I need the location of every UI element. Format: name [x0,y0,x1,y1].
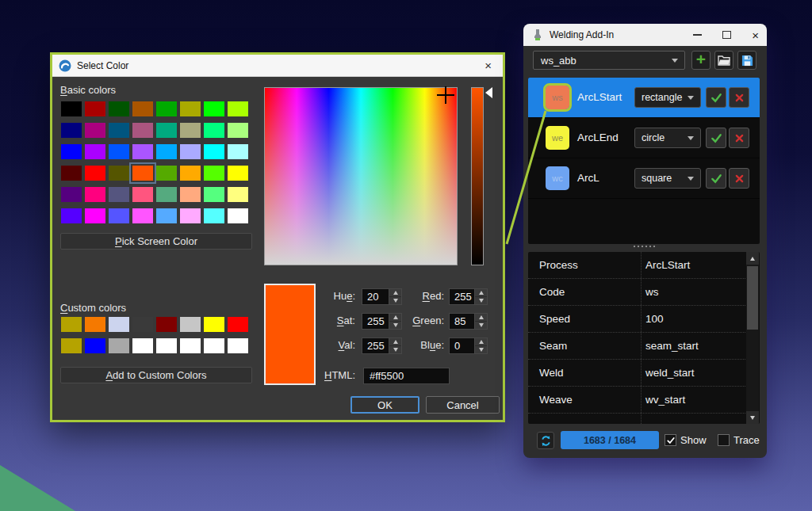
value-slider-arrow[interactable] [485,87,492,98]
hue-saturation-picker[interactable] [264,87,458,265]
color-swatch[interactable] [109,166,129,181]
scroll-down-icon[interactable] [746,411,759,424]
color-swatch[interactable] [156,144,177,159]
apply-button[interactable] [706,168,726,189]
color-swatch[interactable] [85,144,105,159]
table-row[interactable]: Speed 100 [528,306,745,333]
spin-up-button[interactable] [475,314,487,321]
apply-button[interactable] [706,128,726,148]
scrollbar-thumb[interactable] [747,266,758,330]
table-row[interactable]: Weave wv_start [528,387,745,414]
table-scrollbar[interactable] [746,252,759,424]
scroll-up-icon[interactable] [746,252,759,265]
spin-up-button[interactable] [475,338,487,345]
add-button[interactable]: + [691,51,710,70]
workstation-combobox[interactable]: ws_abb [533,51,685,70]
color-swatch[interactable] [204,208,224,223]
red-spinbox[interactable]: 255 [449,288,488,305]
color-swatch[interactable] [132,208,153,223]
color-swatch[interactable] [180,123,201,138]
color-swatch[interactable] [109,208,129,223]
color-swatch[interactable] [228,144,248,159]
blue-spinbox[interactable]: 0 [449,337,488,354]
color-swatch[interactable] [85,101,105,116]
color-swatch[interactable] [228,101,248,116]
apply-button[interactable] [706,87,726,108]
color-swatch[interactable] [61,317,82,332]
table-row[interactable]: Seam seam_start [528,333,745,360]
color-swatch[interactable] [180,317,201,332]
refresh-button[interactable] [537,432,554,449]
dialog-titlebar[interactable]: Select Color × [52,55,503,77]
maximize-icon[interactable] [722,31,731,39]
color-swatch[interactable] [228,317,248,332]
cancel-button[interactable]: Cancel [426,396,500,414]
color-swatch[interactable] [132,338,153,353]
color-swatch[interactable] [204,338,224,353]
shape-dropdown[interactable]: circle [634,128,701,148]
color-swatch[interactable] [109,317,129,332]
color-swatch[interactable] [204,317,224,332]
color-swatch[interactable] [132,166,153,181]
color-swatch[interactable] [61,144,82,159]
color-swatch[interactable] [156,208,177,223]
splitter-handle[interactable] [528,243,760,250]
color-swatch[interactable] [228,123,248,138]
color-swatch[interactable] [85,317,105,332]
color-swatch[interactable] [85,208,105,223]
color-swatch[interactable] [132,144,153,159]
green-spinbox[interactable]: 85 [449,313,488,330]
shape-dropdown[interactable]: square [634,168,701,189]
open-button[interactable] [714,51,733,70]
close-icon[interactable]: × [485,59,492,71]
color-swatch[interactable] [132,317,153,332]
color-swatch[interactable] [61,338,82,353]
color-swatch[interactable] [228,338,248,353]
color-swatch[interactable] [156,123,177,138]
color-swatch[interactable] [109,123,129,138]
color-swatch[interactable] [61,187,82,202]
delete-button[interactable] [729,128,749,148]
html-color-input[interactable]: #ff5500 [363,368,450,384]
add-to-custom-colors-button[interactable]: Add to Custom Colors [60,367,252,383]
color-swatch[interactable] [132,187,153,202]
color-swatch[interactable] [85,166,105,181]
color-swatch[interactable] [204,166,224,181]
spin-down-button[interactable] [475,345,487,353]
color-swatch[interactable] [204,187,224,202]
color-swatch[interactable] [228,166,248,181]
color-swatch[interactable] [61,208,82,223]
color-swatch[interactable] [180,187,201,202]
window-titlebar[interactable]: Welding Add-In × [523,24,767,46]
color-swatch[interactable] [61,166,82,181]
color-swatch[interactable] [180,338,201,353]
color-swatch[interactable] [85,338,105,353]
table-row[interactable]: Code ws [528,279,745,306]
ok-button[interactable]: OK [350,396,419,414]
table-row[interactable]: Weld weld_start [528,360,745,387]
color-swatch[interactable] [109,144,129,159]
close-icon[interactable]: × [752,29,759,41]
pick-screen-color-button[interactable]: Pick Screen Color [60,233,252,250]
color-swatch[interactable] [109,101,129,116]
color-swatch[interactable] [180,101,201,116]
color-swatch[interactable] [132,101,153,116]
value-slider[interactable] [471,87,484,265]
delete-button[interactable] [729,87,749,108]
welding-item-row[interactable]: we ArcLEnd circle [528,118,760,158]
color-swatch[interactable] [132,123,153,138]
spin-up-button[interactable] [475,289,487,296]
color-swatch[interactable] [228,208,248,223]
welding-item-row[interactable]: wc ArcL square [528,158,760,199]
table-row[interactable]: Process ArcLStart [528,252,745,279]
color-swatch[interactable] [156,338,177,353]
save-button[interactable] [737,51,756,70]
color-swatch[interactable] [204,123,224,138]
color-swatch[interactable] [85,187,105,202]
color-swatch[interactable] [109,187,129,202]
show-checkbox[interactable] [665,434,676,446]
color-swatch[interactable] [109,338,129,353]
color-swatch[interactable] [156,166,177,181]
color-swatch[interactable] [156,317,177,332]
shape-dropdown[interactable]: rectangle [634,87,701,108]
